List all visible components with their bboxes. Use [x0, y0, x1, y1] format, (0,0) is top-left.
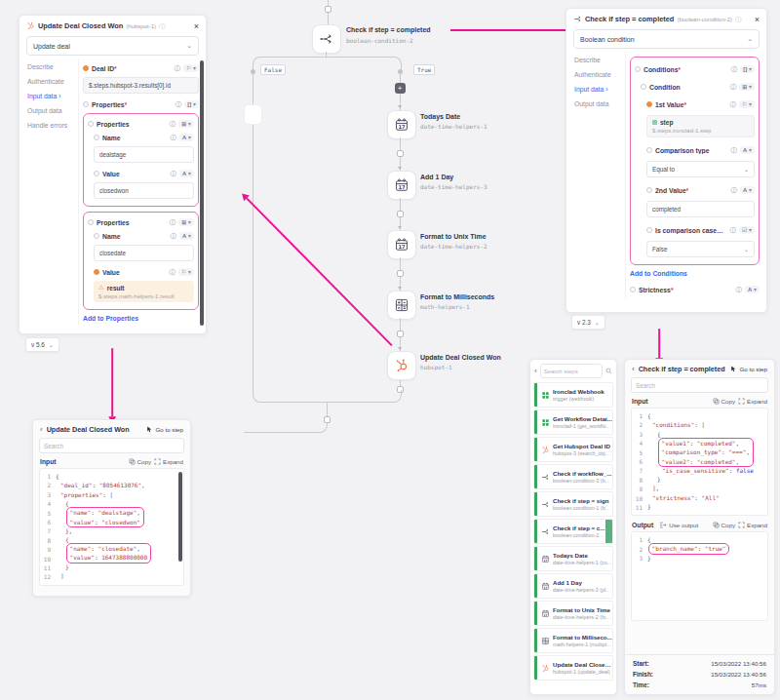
output-json-view[interactable]: 123{"branch_name": "true"}	[631, 531, 768, 621]
field-radio[interactable]	[646, 147, 652, 153]
info-icon[interactable]: ⓘ	[170, 135, 176, 140]
step-node-boolean-condition[interactable]	[312, 24, 341, 54]
field-radio[interactable]	[94, 269, 99, 275]
field-radio[interactable]	[646, 101, 652, 107]
use-output-button[interactable]: Use output	[660, 522, 698, 528]
field-input[interactable]: completed	[646, 201, 755, 217]
info-icon[interactable]: ⓘ	[729, 101, 736, 107]
info-icon[interactable]: ⓘ	[174, 65, 180, 71]
jsonpath-value[interactable]: step$.steps.ironclad-1.step	[646, 115, 755, 137]
type-selector[interactable]: ⊞▾	[178, 218, 194, 226]
close-icon[interactable]: ×	[755, 16, 760, 23]
info-icon[interactable]: ⓘ	[176, 101, 182, 107]
info-icon[interactable]: ⓘ	[159, 23, 166, 29]
type-selector[interactable]: ⊞▾	[739, 83, 755, 91]
field-radio[interactable]	[94, 171, 99, 176]
info-icon[interactable]: ⓘ	[731, 66, 738, 72]
field-radio[interactable]	[641, 84, 646, 90]
step-node-hubspot-1[interactable]	[387, 351, 416, 380]
type-selector[interactable]: A▾	[740, 186, 755, 194]
connector[interactable]	[397, 331, 404, 337]
step-list-item[interactable]: Check if step = signboolean-condition-1 …	[533, 491, 613, 517]
step-list-item[interactable]: Check if workflow_...boolean-condition-3…	[533, 464, 613, 489]
expand-button[interactable]: Expand	[154, 458, 183, 465]
step-node-math-helpers-1[interactable]	[387, 291, 416, 320]
search-icon[interactable]	[605, 368, 612, 374]
sidebar-item-output-data[interactable]: Output data	[574, 100, 625, 107]
operation-select[interactable]: Boolean condition ⌄	[573, 29, 760, 49]
type-selector[interactable]: A▾	[179, 134, 194, 141]
connector[interactable]	[397, 270, 404, 277]
operation-select[interactable]: Update deal ⌄	[26, 36, 199, 56]
input-json-view[interactable]: 123456789101112{"deal_id": "8054613076",…	[39, 468, 184, 586]
sidebar-item-authenticate[interactable]: Authenticate	[27, 78, 78, 85]
connector[interactable]	[325, 6, 332, 13]
step-list-item[interactable]: 17Todays Datedate-time-helpers-1 (cu...	[533, 546, 613, 571]
sidebar-item-output-data[interactable]: Output data	[27, 107, 78, 114]
search-input[interactable]: Search	[39, 438, 184, 453]
input-json-view[interactable]: 1234567891011{"conditions": [{"value1": …	[631, 408, 768, 516]
info-icon[interactable]: ⓘ	[730, 187, 737, 193]
close-icon[interactable]: ×	[194, 22, 199, 30]
add-link[interactable]: Add to Conditions	[630, 270, 760, 277]
step-list-item[interactable]: Format to Milliseco...math-helpers-1 (mu…	[533, 628, 613, 653]
scrollbar[interactable]	[200, 60, 205, 326]
go-to-step-button[interactable]: Go to step	[730, 366, 767, 372]
type-selector[interactable]: A▾	[179, 232, 194, 240]
field-radio[interactable]	[94, 233, 99, 239]
field-radio[interactable]	[88, 121, 94, 127]
collapsed-node[interactable]	[244, 104, 262, 125]
info-icon[interactable]: ⓘ	[170, 219, 176, 225]
go-to-step-button[interactable]: Go to step	[146, 426, 183, 433]
connector[interactable]	[397, 150, 404, 157]
scrollbar[interactable]	[178, 472, 182, 562]
step-node-date-time-helpers-2[interactable]: 17	[387, 230, 416, 259]
field-select[interactable]: Equal to⌄	[646, 161, 755, 177]
info-icon[interactable]: ⓘ	[169, 269, 176, 275]
field-input[interactable]: dealstage	[94, 146, 194, 163]
type-selector[interactable]: []▾	[740, 65, 755, 73]
info-icon[interactable]: ⓘ	[730, 84, 737, 90]
info-icon[interactable]: ⓘ	[729, 227, 736, 233]
search-steps-input[interactable]: Search steps	[540, 364, 603, 378]
type-selector[interactable]: []▾	[184, 100, 199, 108]
step-list-item[interactable]: 17Format to Unix Timedate-time-helpers-2…	[533, 601, 613, 626]
back-icon[interactable]: ‹	[632, 365, 635, 373]
info-icon[interactable]: ⓘ	[735, 17, 742, 22]
field-radio[interactable]	[83, 101, 89, 107]
sidebar-item-authenticate[interactable]: Authenticate	[574, 71, 625, 78]
field-select[interactable]: False⌄	[646, 241, 755, 257]
search-input[interactable]: Search	[631, 377, 768, 393]
type-selector[interactable]: A▾	[745, 286, 760, 293]
step-list-item[interactable]: Get Hubspot Deal IDhubspot-3 (search_obj…	[533, 437, 613, 462]
back-icon[interactable]: ‹	[40, 425, 43, 434]
field-radio[interactable]	[646, 187, 652, 193]
field-radio[interactable]	[646, 227, 652, 233]
expand-button[interactable]: Expand	[738, 398, 767, 405]
step-list-item[interactable]: Ironclad Webhooktrigger (webhook)	[533, 382, 613, 408]
jsonpath-warning[interactable]: ⚠result$.steps.math-helpers-1.result	[94, 281, 194, 302]
step-node-date-time-helpers-1[interactable]: 17	[387, 110, 416, 139]
type-selector[interactable]: A▾	[179, 170, 194, 177]
info-icon[interactable]: ⓘ	[170, 121, 176, 127]
sidebar-item-describe[interactable]: Describe	[574, 57, 625, 63]
info-icon[interactable]: ⓘ	[730, 147, 737, 153]
step-list-item[interactable]: 17Add 1 Daydate-time-helpers-3 (pl...	[533, 573, 613, 599]
sidebar-item-input-data[interactable]: Input data›	[27, 93, 78, 99]
type-selector[interactable]: A▾	[740, 146, 755, 154]
copy-button[interactable]: Copy	[129, 458, 151, 465]
add-link[interactable]: Add to Properties	[83, 315, 199, 322]
add-step-button[interactable]: +	[395, 83, 406, 94]
copy-button[interactable]: Copy	[713, 522, 735, 528]
field-input[interactable]: closedwon	[94, 182, 194, 199]
field-radio[interactable]	[83, 65, 89, 71]
step-list-item[interactable]: Get Workflow Detai...ironclad-1 (get_wor…	[533, 409, 613, 435]
type-selector[interactable]: ⚐▾	[178, 268, 194, 276]
step-node-date-time-helpers-3[interactable]: 17	[387, 171, 416, 200]
expand-button[interactable]: Expand	[738, 522, 767, 528]
connector[interactable]	[397, 211, 404, 217]
copy-button[interactable]: Copy	[713, 398, 735, 405]
field-radio[interactable]	[630, 287, 636, 292]
info-icon[interactable]: ⓘ	[735, 287, 742, 292]
field-input[interactable]: $.steps.hubspot-3.results[0].id	[83, 77, 199, 94]
